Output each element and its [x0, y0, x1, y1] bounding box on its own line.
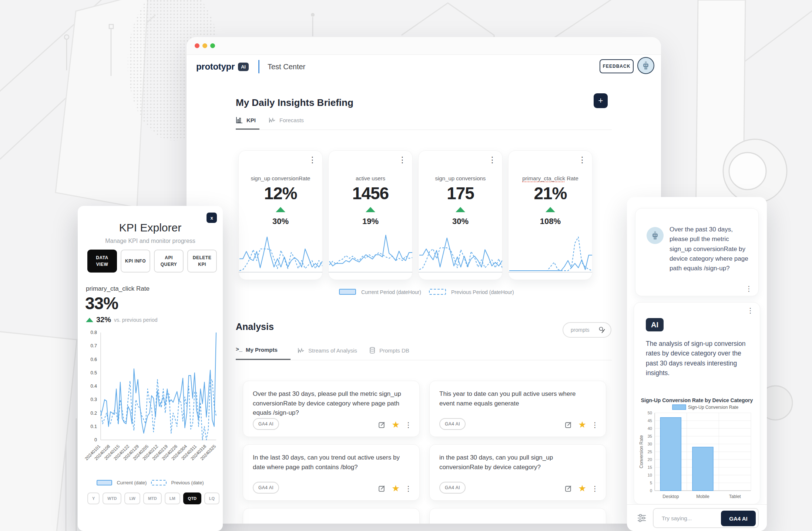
prompt-text: This year to date can you pull active us…: [439, 389, 591, 408]
window-minimize-button[interactable]: [202, 43, 207, 48]
ga4-ai-send-button[interactable]: GA4 AI: [721, 511, 756, 526]
legend-previous-swatch: [429, 289, 446, 295]
kpi-metric-name: active users: [329, 175, 412, 181]
kpi-value: 175: [419, 183, 502, 203]
ga4-ai-badge: GA4 AI: [439, 482, 466, 494]
time-range-lw[interactable]: LW: [124, 492, 140, 504]
favorite-star-icon[interactable]: ★: [578, 420, 586, 429]
svg-text:30: 30: [648, 442, 652, 446]
card-menu-icon[interactable]: ⋮: [578, 156, 586, 164]
prompt-card[interactable]: Over the past 30 days, please pull the m…: [243, 381, 420, 437]
user-avatar: [647, 227, 664, 244]
prompt-search-input[interactable]: prompts: [563, 322, 611, 338]
edit-icon[interactable]: [378, 484, 386, 493]
svg-text:50: 50: [648, 411, 652, 415]
card-menu-icon[interactable]: ⋮: [488, 156, 496, 164]
tabs-divider: [236, 130, 612, 130]
time-range-mtd[interactable]: MTD: [143, 492, 162, 504]
window-zoom-button[interactable]: [210, 43, 215, 48]
prompt-card[interactable]: In the last 30 days, can you trend out a…: [243, 444, 420, 501]
prompt-text: In the last 30 days, can you trend out a…: [253, 453, 405, 472]
kpi-card: ⋮ active users 1456 19%: [328, 150, 413, 280]
add-kpi-button[interactable]: +: [594, 93, 608, 108]
kpi-card: ⋮ sign_up conversionRate 12% 30%: [238, 150, 323, 280]
legend-previous-label: Previous Period (dateHour): [451, 289, 514, 295]
insights-section-title: My Daily Insights Briefing: [236, 97, 353, 108]
legend-previous-label: Previous (date): [171, 480, 204, 485]
conversion-bar-chart: Sign-Up Conversion Rate05101520253035404…: [638, 404, 756, 502]
message-menu-icon[interactable]: ⋮: [745, 285, 752, 292]
svg-text:25: 25: [648, 450, 652, 454]
time-range-wtd[interactable]: WTD: [103, 492, 121, 504]
tab-streams-of-analysis[interactable]: Streams of Analysis: [298, 347, 357, 354]
svg-text:0.1: 0.1: [91, 424, 97, 429]
card-menu-icon[interactable]: ⋮: [398, 156, 406, 164]
legend-current-label: Current Period (dateHour): [361, 289, 421, 295]
ai-message-text: The analysis of sign-up conversion rates…: [646, 339, 752, 378]
kpi-value: 12%: [239, 183, 322, 203]
kpi-sparkline-chart: [329, 230, 413, 274]
window-close-button[interactable]: [195, 43, 199, 48]
chat-input-placeholder: Try saying...: [662, 515, 692, 521]
api-query-button[interactable]: API QUERY: [154, 250, 184, 273]
edit-icon[interactable]: [564, 484, 573, 493]
card-menu-icon[interactable]: ⋮: [308, 156, 316, 164]
prompt-card[interactable]: This year to date can you pull active us…: [429, 381, 606, 437]
svg-text:45: 45: [648, 418, 652, 423]
prompt-menu-icon[interactable]: ⋮: [591, 421, 598, 428]
chat-input-bar: Try saying... GA4 AI: [627, 504, 767, 531]
trend-up-icon: [276, 207, 285, 212]
tab-forecasts[interactable]: Forecasts: [269, 116, 304, 124]
robot-avatar-icon: [650, 230, 661, 241]
favorite-star-icon[interactable]: ★: [392, 484, 400, 493]
ga4-ai-badge: GA4 AI: [253, 482, 279, 494]
kpi-explorer-modal: x KPI Explorer Manage KPI and monitor pr…: [78, 206, 223, 531]
svg-text:0: 0: [650, 488, 652, 493]
svg-text:Conversion Rate: Conversion Rate: [639, 435, 644, 468]
message-menu-icon[interactable]: ⋮: [747, 307, 754, 314]
kpi-info-button[interactable]: KPI INFO: [121, 250, 150, 273]
user-avatar[interactable]: [637, 57, 654, 74]
kpi-metric-name: sign_up conversionRate: [239, 175, 322, 181]
chat-assistant-panel: Over the past 30 days, please pull the m…: [627, 197, 767, 531]
data-view-button[interactable]: DATA VIEW: [87, 250, 117, 273]
time-range-qtd[interactable]: QTD: [183, 492, 201, 504]
favorite-star-icon[interactable]: ★: [578, 484, 586, 493]
delete-kpi-button[interactable]: DELETE KPI: [187, 250, 217, 273]
time-range-lm[interactable]: LM: [165, 492, 180, 504]
kpi-card: ⋮ primary_cta_click Rate 21% 108%: [508, 150, 593, 280]
bar-chart-title: Sign-Up Conversion Rate by Device Catego…: [634, 397, 760, 403]
prompt-card[interactable]: in the past 30 days, can you pull sign_u…: [429, 444, 606, 501]
svg-text:15: 15: [648, 465, 652, 470]
tab-prompts-db[interactable]: Prompts DB: [369, 347, 409, 354]
time-range-lq[interactable]: LQ: [204, 492, 219, 504]
feedback-button[interactable]: FEEDBACK: [600, 59, 634, 73]
kpi-sparkline-chart: [239, 230, 323, 274]
filters-sliders-icon[interactable]: [637, 513, 647, 523]
kpi-card: ⋮ sign_up conversions 175 30%: [418, 150, 503, 280]
edit-icon[interactable]: [378, 421, 386, 429]
kpi-trend-chart: 00.10.20.30.40.50.60.70.8202401012024010…: [81, 329, 221, 477]
prompt-menu-icon[interactable]: ⋮: [405, 421, 412, 428]
svg-text:40: 40: [648, 426, 652, 431]
search-value: prompts: [571, 327, 597, 333]
prompt-menu-icon[interactable]: ⋮: [405, 485, 412, 492]
chat-text-input[interactable]: Try saying... GA4 AI: [653, 508, 759, 528]
prompt-card-partial[interactable]: [429, 508, 606, 524]
svg-text:10: 10: [648, 473, 652, 477]
tab-kpi[interactable]: KPI: [236, 116, 256, 124]
explorer-metric-value: 33%: [85, 293, 118, 313]
prompt-card-partial[interactable]: [243, 508, 420, 524]
tab-kpi-label: KPI: [246, 117, 256, 123]
edit-icon[interactable]: [564, 421, 573, 429]
svg-text:0.5: 0.5: [91, 370, 97, 375]
app-header: prototypr AI Test Center: [187, 55, 661, 79]
time-range-y[interactable]: Y: [87, 492, 100, 504]
explorer-delta-label: vs. previous period: [114, 317, 158, 323]
favorite-star-icon[interactable]: ★: [392, 420, 400, 429]
svg-text:0.6: 0.6: [91, 357, 97, 362]
prompt-menu-icon[interactable]: ⋮: [591, 485, 598, 492]
tab-my-prompts[interactable]: >_ My Prompts: [236, 347, 278, 353]
kpi-explorer-subtitle: Manage KPI and monitor progress: [78, 238, 223, 244]
kpi-delta: 19%: [329, 217, 412, 226]
